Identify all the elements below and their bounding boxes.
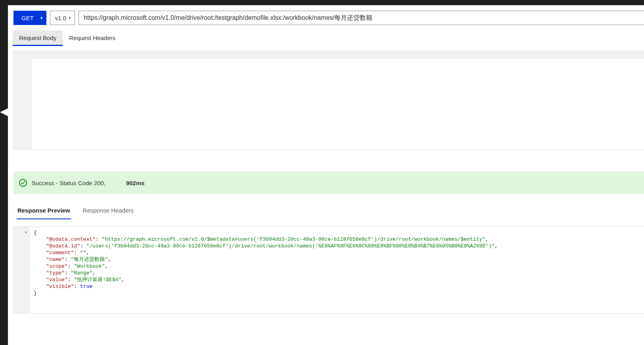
chevron-down-icon: ▾ bbox=[39, 11, 46, 25]
tab-label: Response Headers bbox=[83, 207, 134, 214]
editor-gutter bbox=[14, 51, 32, 150]
tab-request-body[interactable]: Request Body bbox=[13, 31, 63, 46]
response-json[interactable]: { "@odata.context": "https://graph.micro… bbox=[30, 227, 644, 313]
api-version-label: v1.0 bbox=[55, 15, 66, 21]
query-bar: GET ▾ v1.0 ▾ bbox=[8, 5, 644, 25]
response-tabs: Response Preview Response Headers bbox=[8, 194, 644, 219]
request-url-input[interactable] bbox=[79, 11, 644, 25]
tab-label: Request Body bbox=[19, 34, 56, 41]
response-duration: 902ms bbox=[126, 180, 145, 186]
request-body-editor[interactable] bbox=[13, 51, 644, 150]
success-icon bbox=[19, 179, 27, 187]
status-text: Success - Status Code 200, bbox=[32, 180, 105, 186]
response-preview: ▾ { "@odata.context": "https://graph.mic… bbox=[13, 226, 644, 314]
status-bar: Success - Status Code 200, 902ms bbox=[13, 171, 644, 194]
chevron-down-icon: ▾ bbox=[69, 15, 71, 21]
tab-request-headers[interactable]: Request Headers bbox=[63, 31, 122, 46]
tab-response-preview[interactable]: Response Preview bbox=[11, 203, 77, 219]
http-method-label: GET bbox=[13, 11, 39, 25]
tab-label: Response Preview bbox=[17, 207, 70, 214]
http-method-select[interactable]: GET ▾ bbox=[13, 11, 46, 25]
fold-icon[interactable]: ▾ bbox=[14, 229, 29, 236]
editor-body[interactable] bbox=[32, 51, 644, 150]
api-version-select[interactable]: v1.0 ▾ bbox=[50, 11, 75, 25]
request-tabs: Request Body Request Headers bbox=[8, 25, 644, 46]
tab-label: Request Headers bbox=[69, 34, 115, 41]
sidebar-notch bbox=[0, 108, 8, 116]
response-gutter: ▾ bbox=[14, 227, 30, 313]
tab-response-headers[interactable]: Response Headers bbox=[77, 203, 140, 219]
